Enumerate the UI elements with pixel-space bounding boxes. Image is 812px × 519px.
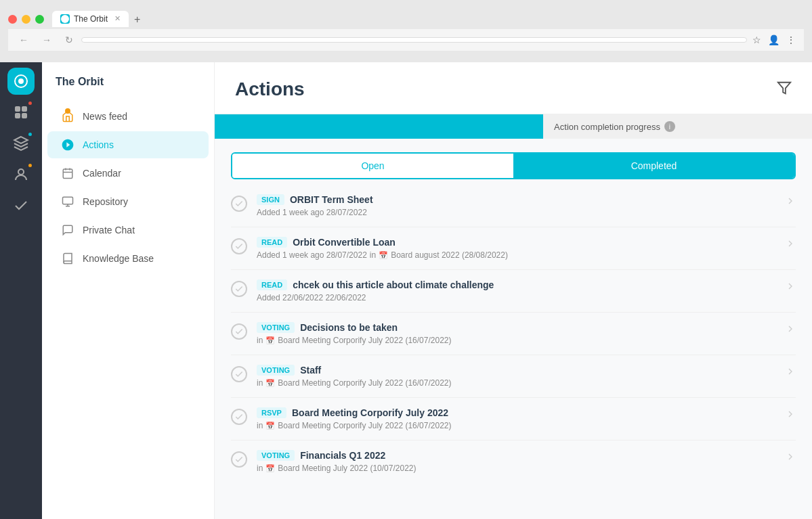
action-title-row: VOTING Financials Q1 2022 bbox=[257, 450, 775, 461]
chat-icon bbox=[61, 223, 74, 237]
forward-button[interactable]: → bbox=[39, 33, 54, 47]
sidebar-item-knowledge-base[interactable]: Knowledge Base bbox=[47, 245, 209, 272]
action-item[interactable]: READ chcek ou this article about climate… bbox=[231, 270, 796, 313]
actions-list: SIGN ORBIT Term Sheet Added 1 week ago 2… bbox=[215, 179, 812, 519]
main-header: Actions bbox=[215, 62, 812, 114]
page-title: Actions bbox=[235, 78, 305, 100]
repository-icon bbox=[61, 195, 74, 208]
calendar-small-icon: 📅 bbox=[265, 422, 275, 430]
url-bar[interactable] bbox=[81, 37, 747, 43]
check-icon bbox=[231, 409, 247, 425]
action-meta: in 📅 Board Meeting Corporify July 2022 (… bbox=[257, 378, 775, 388]
progress-bar-fill bbox=[215, 114, 543, 139]
action-title-row: READ Orbit Convertible Loan bbox=[257, 237, 775, 248]
check-icon bbox=[231, 238, 247, 254]
action-meta: in 📅 Board Meeting July 2022 (10/07/2022… bbox=[257, 464, 775, 473]
action-item[interactable]: VOTING Financials Q1 2022 in 📅 Board Mee… bbox=[231, 441, 796, 482]
icon-rail bbox=[0, 62, 42, 519]
tab-favicon bbox=[60, 14, 70, 24]
rail-icon-orbit[interactable] bbox=[7, 68, 35, 95]
traffic-light-green[interactable] bbox=[35, 15, 44, 24]
chevron-right-icon bbox=[785, 322, 796, 337]
browser-actions: ☆ 👤 ⋮ bbox=[752, 35, 796, 45]
check-icon bbox=[231, 451, 247, 468]
active-tab[interactable]: The Orbit ✕ bbox=[52, 11, 129, 27]
action-item[interactable]: RSVP Board Meeting Corporify July 2022 i… bbox=[231, 398, 796, 441]
main-content: Actions Action completion progress i Ope… bbox=[215, 62, 812, 519]
sidebar-label-news-feed: News feed bbox=[83, 111, 127, 122]
tab-close-button[interactable]: ✕ bbox=[114, 14, 121, 23]
rail-icon-app5[interactable] bbox=[7, 192, 35, 219]
profile-icon[interactable]: 👤 bbox=[768, 35, 779, 45]
svg-rect-5 bbox=[15, 113, 20, 118]
rail-badge-orange bbox=[27, 162, 33, 168]
action-content: VOTING Financials Q1 2022 in 📅 Board Mee… bbox=[257, 450, 775, 473]
action-tag: VOTING bbox=[257, 322, 295, 333]
svg-rect-3 bbox=[15, 106, 20, 112]
tab-completed[interactable]: Completed bbox=[513, 154, 794, 178]
action-tag: READ bbox=[257, 279, 287, 290]
sidebar-label-repository: Repository bbox=[83, 196, 128, 207]
action-title-row: READ chcek ou this article about climate… bbox=[257, 279, 775, 290]
action-tag: READ bbox=[257, 237, 287, 248]
sidebar-label-calendar: Calendar bbox=[83, 168, 121, 179]
action-item[interactable]: READ Orbit Convertible Loan Added 1 week… bbox=[231, 227, 796, 270]
sidebar-label-knowledge-base: Knowledge Base bbox=[83, 253, 154, 264]
sidebar-item-news-feed[interactable]: News feed bbox=[47, 103, 209, 130]
sidebar-item-calendar[interactable]: Calendar bbox=[47, 160, 209, 187]
action-content: VOTING Decisions to be taken in 📅 Board … bbox=[257, 322, 775, 345]
reload-button[interactable]: ↻ bbox=[62, 33, 76, 47]
sidebar-label-private-chat: Private Chat bbox=[83, 225, 135, 235]
sidebar-item-actions[interactable]: Actions bbox=[47, 131, 209, 158]
menu-icon[interactable]: ⋮ bbox=[786, 35, 796, 45]
action-item[interactable]: VOTING Staff in 📅 Board Meeting Corporif… bbox=[231, 355, 796, 398]
action-content: RSVP Board Meeting Corporify July 2022 i… bbox=[257, 407, 775, 430]
action-meta: in 📅 Board Meeting Corporify July 2022 (… bbox=[257, 421, 775, 430]
action-meta: Added 22/06/2022 22/06/2022 bbox=[257, 293, 775, 302]
toggle-section: Open Completed bbox=[215, 139, 812, 179]
rail-icon-app4[interactable] bbox=[7, 161, 35, 188]
info-icon[interactable]: i bbox=[664, 121, 675, 132]
calendar-icon bbox=[61, 166, 74, 180]
calendar-small-icon: 📅 bbox=[265, 336, 275, 345]
tab-title: The Orbit bbox=[74, 14, 108, 24]
calendar-small-icon: 📅 bbox=[379, 251, 388, 260]
svg-rect-8 bbox=[63, 169, 72, 179]
calendar-small-icon: 📅 bbox=[265, 379, 275, 388]
action-meta: Added 1 week ago 28/07/2022 in 📅 Board a… bbox=[257, 250, 775, 260]
rail-icon-app3[interactable] bbox=[7, 130, 35, 157]
traffic-light-red[interactable] bbox=[8, 15, 17, 24]
chevron-right-icon bbox=[785, 450, 796, 465]
svg-rect-4 bbox=[22, 106, 27, 112]
traffic-light-yellow[interactable] bbox=[22, 15, 30, 24]
tab-open[interactable]: Open bbox=[232, 154, 513, 178]
action-content: READ Orbit Convertible Loan Added 1 week… bbox=[257, 237, 775, 260]
action-title-row: RSVP Board Meeting Corporify July 2022 bbox=[257, 407, 775, 418]
content-wrapper: Open Completed SIGN ORBIT Term Sheet bbox=[215, 139, 812, 519]
new-tab-button[interactable]: + bbox=[129, 12, 146, 27]
sidebar-item-private-chat[interactable]: Private Chat bbox=[47, 217, 209, 244]
action-content: SIGN ORBIT Term Sheet Added 1 week ago 2… bbox=[257, 194, 775, 217]
sidebar-item-repository[interactable]: Repository bbox=[47, 188, 209, 215]
sidebar-label-actions: Actions bbox=[83, 139, 114, 150]
progress-section: Action completion progress i bbox=[215, 114, 812, 139]
check-icon bbox=[231, 366, 247, 382]
svg-rect-6 bbox=[22, 113, 27, 118]
action-tag: SIGN bbox=[257, 194, 284, 205]
action-title-row: VOTING Staff bbox=[257, 365, 775, 376]
filter-icon[interactable] bbox=[777, 81, 792, 98]
svg-marker-15 bbox=[778, 83, 790, 94]
action-item[interactable]: SIGN ORBIT Term Sheet Added 1 week ago 2… bbox=[231, 185, 796, 227]
back-button[interactable]: ← bbox=[16, 33, 31, 47]
rail-icon-app2[interactable] bbox=[7, 99, 35, 126]
svg-point-7 bbox=[18, 169, 24, 175]
svg-point-2 bbox=[18, 78, 24, 84]
action-item[interactable]: VOTING Decisions to be taken in 📅 Board … bbox=[231, 313, 796, 355]
action-tag: RSVP bbox=[257, 407, 286, 418]
knowledge-icon bbox=[61, 252, 74, 265]
news-feed-badge bbox=[65, 108, 70, 114]
bookmark-icon[interactable]: ☆ bbox=[752, 35, 761, 45]
chevron-right-icon bbox=[785, 237, 796, 252]
svg-point-0 bbox=[61, 15, 69, 23]
chevron-right-icon bbox=[785, 407, 796, 422]
